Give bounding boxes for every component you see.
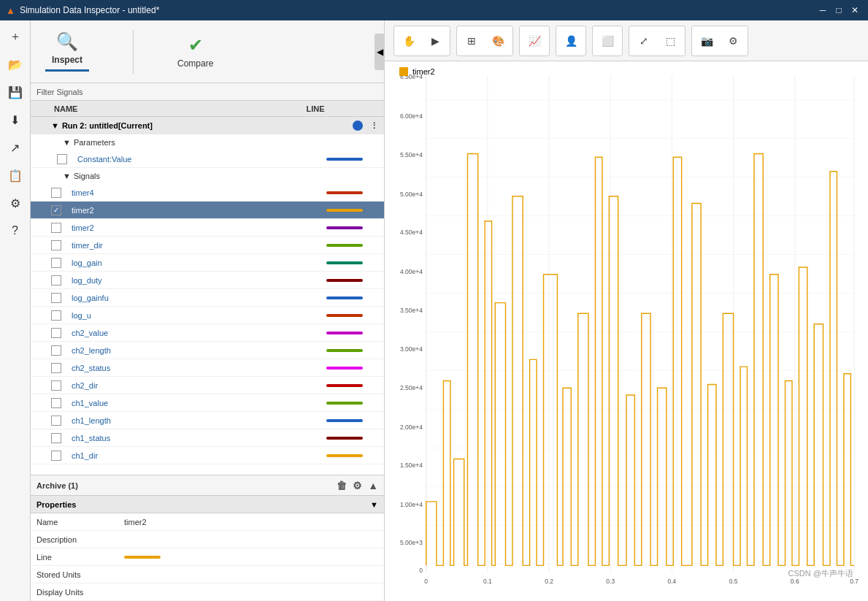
checkbox[interactable] [51,328,61,338]
signal-stat-tool[interactable]: 👤 [559,29,583,53]
signal-checkbox[interactable] [51,328,69,338]
run-toggle[interactable]: ▼ [51,121,59,130]
signal-checkbox[interactable] [57,154,74,164]
signal-name[interactable]: Constant:Value [74,155,308,164]
signal-name[interactable]: ch2_dir [69,381,308,390]
signal-name[interactable]: ch2_status [69,364,308,372]
paint-tool[interactable]: 🎨 [486,29,510,53]
signal-name[interactable]: ch1_status [69,434,308,443]
signal-checkbox[interactable] [51,380,69,391]
signal-row[interactable]: log_duty [31,272,384,289]
compare-button[interactable]: ✔ Compare [177,35,213,69]
checkbox[interactable] [51,380,61,391]
signal-row-selected[interactable]: ✓ timer2 [31,202,384,219]
signal-checkbox[interactable] [51,363,69,373]
run-menu-button[interactable]: ⋮ [367,121,381,131]
signal-name[interactable]: ch1_dir [69,451,308,460]
inspect-button[interactable]: 🔍 Inspect [45,31,89,72]
zoom-fit-tool[interactable]: ⤢ [632,29,656,53]
signal-row[interactable]: Constant:Value [31,150,384,168]
signal-row[interactable]: log_u [31,307,384,324]
snapshot-tool[interactable]: 📷 [695,29,718,53]
close-button[interactable]: ✕ [848,3,862,18]
signal-name[interactable]: timer2 [69,223,308,232]
signal-row[interactable]: ch2_status [31,359,384,377]
layout-grid-tool[interactable]: ⊞ [460,29,483,53]
signal-checkbox[interactable] [51,398,69,408]
signal-name[interactable]: ch2_length [69,346,308,355]
signal-row[interactable]: ch2_dir [31,377,384,394]
minimize-button[interactable]: ─ [815,3,830,18]
properties-collapse[interactable]: ▼ [370,500,378,509]
checkbox[interactable] [51,223,61,233]
doc-icon[interactable]: 📋 [2,162,28,188]
window-controls[interactable]: ─ □ ✕ [815,3,862,18]
add-icon[interactable]: ＋ [2,23,28,50]
signal-checkbox[interactable] [51,416,69,426]
zoom-region-tool[interactable]: ⬚ [658,29,682,53]
download-icon[interactable]: ⬇ [2,107,28,133]
archive-collapse-button[interactable]: ▲ [368,480,378,491]
signal-name[interactable]: log_duty [69,276,308,285]
archive-settings-button[interactable]: ⚙ [353,480,362,491]
save-icon[interactable]: 💾 [2,79,28,105]
checkbox[interactable] [51,416,61,426]
checkbox[interactable] [51,188,61,198]
signal-name[interactable]: log_u [69,311,308,320]
signal-checkbox[interactable] [51,451,69,461]
collapse-panel-button[interactable]: ◀ [375,34,385,70]
signal-row[interactable]: ch1_dir [31,447,384,464]
signal-row[interactable]: timer2 [31,219,384,237]
archive-header[interactable]: Archive (1) 🗑 ⚙ ▲ [31,475,384,496]
checkbox[interactable] [51,451,61,461]
signal-checkbox[interactable] [51,433,69,443]
signal-name[interactable]: ch1_length [69,416,308,425]
signal-row[interactable]: ch2_value [31,324,384,342]
signal-checkbox[interactable] [51,223,69,233]
signal-checkbox[interactable] [51,345,69,356]
signal-row[interactable]: ch2_length [31,342,384,359]
signal-row[interactable]: ch1_length [31,412,384,429]
signal-checkbox[interactable] [51,310,69,321]
checkbox[interactable] [51,345,61,356]
signal-name[interactable]: timer4 [69,188,308,197]
signal-row[interactable]: ch1_value [31,394,384,412]
checkbox[interactable] [51,433,61,443]
checkbox[interactable] [51,398,61,408]
signal-name[interactable]: log_gain [69,259,308,267]
folder-icon[interactable]: 📂 [2,51,28,77]
signal-row[interactable]: log_gainfu [31,289,384,307]
signal-name[interactable]: log_gainfu [69,294,308,302]
signals-toggle[interactable]: ▼ [63,172,71,180]
signal-checkbox[interactable] [51,275,69,286]
signal-checkbox[interactable] [51,188,69,198]
signal-row[interactable]: timer_dir [31,237,384,254]
chart-settings-tool[interactable]: ⚙ [721,29,745,53]
signal-table[interactable]: ▼ Run 2: untitled[Current] ⋮ ▼ Parameter… [31,117,384,475]
properties-header[interactable]: Properties ▼ [31,496,384,513]
signal-checkbox[interactable] [51,293,69,303]
signal-name[interactable]: timer2 [69,206,308,215]
checkbox[interactable] [51,258,61,268]
run-header[interactable]: ▼ Run 2: untitled[Current] ⋮ [31,117,384,134]
signal-checkbox[interactable]: ✓ [51,205,69,215]
signal-name[interactable]: ch1_value [69,399,308,407]
checkbox[interactable] [51,275,61,286]
checkbox-checked[interactable]: ✓ [51,205,61,215]
parameters-section-header[interactable]: ▼ Parameters [31,134,384,150]
share-icon[interactable]: ↗ [2,134,28,161]
zoom-tool[interactable]: ⬜ [596,29,619,53]
play-tool[interactable]: ▶ [423,29,447,53]
signal-checkbox[interactable] [51,240,69,250]
signal-row[interactable]: log_gain [31,254,384,272]
checkbox[interactable] [51,240,61,250]
checkbox-unchecked[interactable] [57,154,67,164]
cursor-tool[interactable]: 📈 [523,29,546,53]
signal-checkbox[interactable] [51,258,69,268]
signal-row[interactable]: timer4 [31,184,384,202]
pan-tool[interactable]: ✋ [397,29,420,53]
params-toggle[interactable]: ▼ [63,138,71,147]
signal-row[interactable]: ch1_status [31,429,384,447]
signals-section-header[interactable]: ▼ Signals [31,168,384,184]
signal-name[interactable]: timer_dir [69,241,308,250]
